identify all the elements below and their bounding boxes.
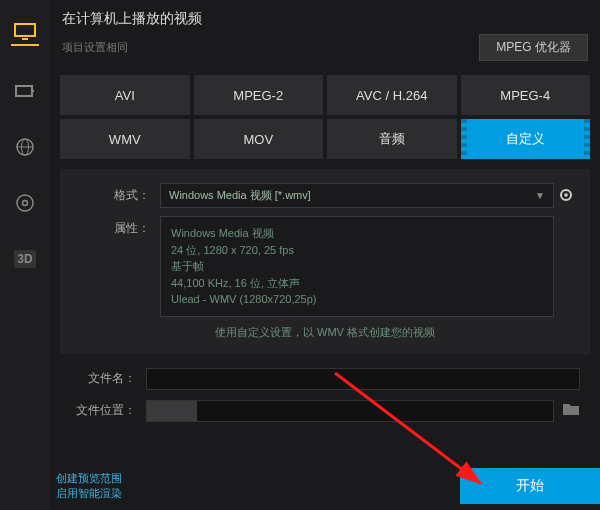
sidebar-item-device[interactable] [11, 80, 39, 102]
svg-point-8 [23, 201, 28, 206]
svg-point-3 [32, 90, 34, 92]
disc-icon [15, 193, 35, 213]
globe-icon [15, 137, 35, 157]
sidebar-item-web[interactable] [11, 136, 39, 158]
header: 在计算机上播放的视频 项目设置相同 MPEG 优化器 [50, 0, 600, 75]
filename-label: 文件名： [70, 370, 146, 387]
svg-rect-2 [16, 86, 32, 96]
settings-panel: 格式： Windows Media 视频 [*.wmv] ▼ 属性： Windo… [60, 169, 590, 354]
page-title: 在计算机上播放的视频 [62, 10, 588, 28]
main-panel: 在计算机上播放的视频 项目设置相同 MPEG 优化器 AVI MPEG-2 AV… [50, 0, 600, 510]
footer-options: 创建预览范围 启用智能渲染 [56, 471, 122, 502]
tab-mpeg4[interactable]: MPEG-4 [461, 75, 591, 115]
format-settings-button[interactable] [554, 183, 578, 206]
attributes-label: 属性： [72, 216, 160, 237]
file-section: 文件名： 文件位置： [50, 364, 600, 438]
header-subtitle: 项目设置相同 [62, 40, 128, 55]
attributes-box: Windows Media 视频 24 位, 1280 x 720, 25 fp… [160, 216, 554, 317]
svg-point-10 [564, 193, 568, 197]
format-label: 格式： [72, 183, 160, 204]
tab-mov[interactable]: MOV [194, 119, 324, 159]
panel-hint: 使用自定义设置，以 WMV 格式创建您的视频 [72, 325, 578, 340]
svg-rect-0 [15, 24, 35, 36]
tab-wmv[interactable]: WMV [60, 119, 190, 159]
filelocation-label: 文件位置： [70, 402, 146, 419]
svg-rect-1 [22, 38, 28, 40]
format-select[interactable]: Windows Media 视频 [*.wmv] ▼ [160, 183, 554, 208]
tab-mpeg2[interactable]: MPEG-2 [194, 75, 324, 115]
sidebar-item-3d[interactable]: 3D [11, 248, 39, 270]
dropdown-arrow-icon: ▼ [535, 190, 545, 201]
sidebar: 3D [0, 0, 50, 510]
mpeg-optimizer-button[interactable]: MPEG 优化器 [479, 34, 588, 61]
footer-opt-smartrender[interactable]: 启用智能渲染 [56, 486, 122, 501]
browse-folder-button[interactable] [562, 402, 580, 419]
gear-icon [558, 187, 574, 203]
format-tabs: AVI MPEG-2 AVC / H.264 MPEG-4 WMV MOV 音频… [50, 75, 600, 159]
footer-opt-preview[interactable]: 创建预览范围 [56, 471, 122, 486]
tab-avi[interactable]: AVI [60, 75, 190, 115]
sidebar-item-disc[interactable] [11, 192, 39, 214]
phone-icon [14, 82, 36, 100]
format-select-value: Windows Media 视频 [*.wmv] [169, 188, 535, 203]
3d-icon: 3D [14, 250, 35, 268]
monitor-icon [13, 22, 37, 42]
footer: 创建预览范围 启用智能渲染 开始 [50, 462, 600, 510]
start-button[interactable]: 开始 [460, 468, 600, 504]
tab-custom[interactable]: 自定义 [461, 119, 591, 159]
tab-audio[interactable]: 音频 [327, 119, 457, 159]
filename-input[interactable] [146, 368, 580, 390]
folder-icon [562, 402, 580, 416]
filelocation-input[interactable] [146, 400, 554, 422]
svg-point-7 [17, 195, 33, 211]
sidebar-item-computer[interactable] [11, 24, 39, 46]
tab-avc[interactable]: AVC / H.264 [327, 75, 457, 115]
